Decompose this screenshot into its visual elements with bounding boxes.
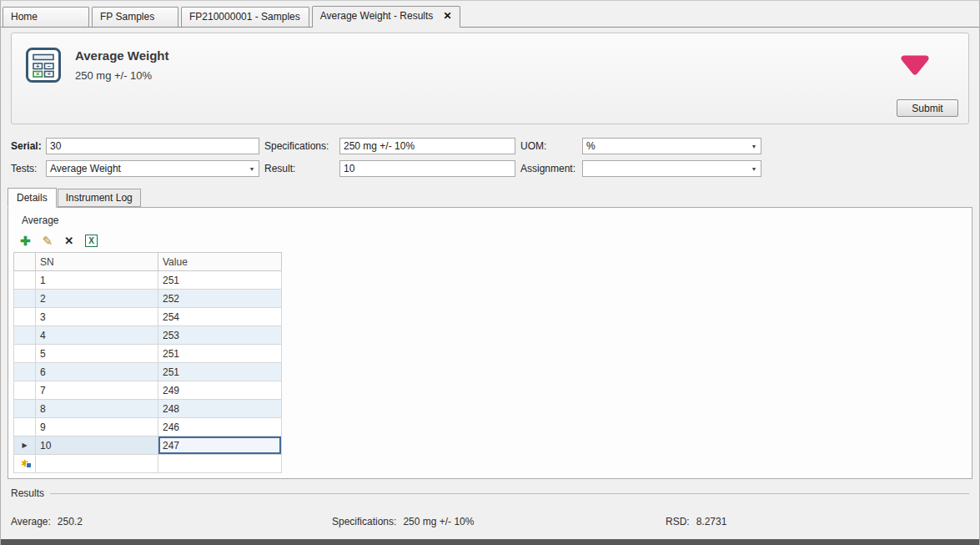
sn-cell[interactable]: 7 — [36, 381, 158, 400]
uom-select-value: % — [586, 140, 747, 152]
sn-cell[interactable]: 3 — [36, 308, 158, 326]
results-divider — [50, 493, 969, 494]
sn-column-header[interactable]: SN — [36, 253, 158, 271]
page-title: Average Weight — [75, 47, 169, 63]
tests-select-value: Average Weight — [50, 163, 245, 174]
value-cell[interactable]: 247 — [158, 437, 282, 455]
row-indicator-cell — [14, 308, 36, 326]
sn-cell[interactable]: 5 — [36, 345, 158, 363]
average-result: Average:250.2 — [11, 516, 83, 527]
grid-toolbar: ✚ ✎ ✕ X — [8, 228, 972, 252]
rsd-result-value: 8.2731 — [696, 516, 727, 527]
sn-cell[interactable]: 10 — [36, 437, 158, 455]
row-indicator-cell: ▶ — [14, 437, 36, 455]
table-row[interactable]: 5251 — [14, 345, 282, 363]
result-label: Result: — [264, 163, 334, 174]
sn-cell[interactable]: 1 — [36, 271, 158, 290]
average-result-value: 250.2 — [58, 516, 83, 527]
svg-text:−: − — [48, 63, 52, 70]
results-section: Results Average:250.2 Specifications:250… — [11, 487, 969, 531]
app-window: Home FP Samples FP210000001 - Samples Av… — [0, 0, 980, 545]
sn-cell[interactable]: 8 — [36, 400, 158, 418]
serial-input[interactable] — [46, 138, 259, 154]
sn-cell[interactable] — [36, 455, 158, 473]
svg-text:×: × — [36, 70, 40, 78]
delete-row-button[interactable]: ✕ — [64, 235, 73, 246]
sn-cell[interactable]: 6 — [36, 363, 158, 381]
specifications-input[interactable] — [339, 138, 515, 154]
table-row[interactable]: 9246 — [14, 418, 282, 437]
window-bottom-edge — [1, 539, 979, 545]
indicator-column-header — [14, 253, 36, 271]
assignment-select[interactable]: ▼ — [582, 160, 761, 177]
main-content: + − × ÷ Average Weight 250 mg +/- 10% Su… — [1, 28, 979, 539]
row-indicator-cell — [14, 418, 36, 437]
row-indicator-cell — [14, 290, 36, 308]
specifications-result-label: Specifications: — [332, 516, 396, 527]
test-header-panel: + − × ÷ Average Weight 250 mg +/- 10% Su… — [11, 33, 969, 124]
result-input[interactable] — [339, 160, 515, 177]
rsd-result-label: RSD: — [666, 516, 690, 527]
chevron-down-icon: ▼ — [747, 144, 761, 149]
chevron-down-icon: ▼ — [245, 166, 259, 172]
row-indicator-cell — [14, 400, 36, 418]
table-row[interactable]: 4253 — [14, 326, 282, 345]
new-row[interactable]: ✱ — [14, 455, 282, 473]
row-indicator-cell — [14, 326, 36, 345]
edit-row-button[interactable]: ✎ — [43, 235, 53, 247]
tab-label: Average Weight - Results — [320, 10, 434, 22]
rsd-result: RSD:8.2731 — [666, 516, 726, 527]
assignment-label: Assignment: — [520, 163, 577, 174]
details-panel: Average ✚ ✎ ✕ X SN Value 125122523254425… — [8, 207, 972, 479]
table-row[interactable]: 1251 — [14, 271, 282, 290]
specifications-result-value: 250 mg +/- 10% — [403, 516, 474, 527]
value-cell[interactable] — [158, 455, 282, 473]
tab-details[interactable]: Details — [8, 188, 57, 208]
results-title: Results — [11, 487, 44, 499]
uom-label: UOM: — [520, 140, 577, 152]
result-form: Serial: Specifications: UOM: % ▼ Tests: … — [11, 138, 969, 177]
add-row-button[interactable]: ✚ — [20, 235, 31, 247]
value-cell[interactable]: 251 — [158, 345, 282, 363]
tab-label: FP210000001 - Samples — [189, 11, 300, 23]
value-cell[interactable]: 248 — [158, 400, 282, 418]
uom-select[interactable]: % ▼ — [582, 138, 761, 154]
value-cell[interactable]: 251 — [158, 271, 282, 290]
value-cell[interactable]: 252 — [158, 290, 282, 308]
value-cell[interactable]: 251 — [158, 363, 282, 381]
tab-average-weight-results[interactable]: Average Weight - Results ✕ — [312, 6, 461, 28]
tab-fp210000001-samples[interactable]: FP210000001 - Samples — [181, 7, 309, 27]
submit-button[interactable]: Submit — [897, 99, 958, 117]
sn-cell[interactable]: 9 — [36, 418, 158, 437]
tests-label: Tests: — [11, 163, 41, 174]
sn-cell[interactable]: 2 — [36, 290, 158, 308]
value-cell[interactable]: 246 — [158, 418, 282, 437]
table-row[interactable]: 2252 — [14, 290, 282, 308]
row-indicator-cell — [14, 363, 36, 381]
table-row[interactable]: 6251 — [14, 363, 282, 381]
table-row[interactable]: 8248 — [14, 400, 282, 418]
table-row[interactable]: 3254 — [14, 308, 282, 326]
tab-fp-samples[interactable]: FP Samples — [92, 7, 178, 27]
table-header-row: SN Value — [14, 253, 282, 271]
value-column-header[interactable]: Value — [158, 253, 282, 271]
sn-cell[interactable]: 4 — [36, 326, 158, 345]
average-table: SN Value 1251225232544253525162517249824… — [13, 252, 282, 473]
close-icon[interactable]: ✕ — [443, 10, 451, 22]
table-row[interactable]: 7249 — [14, 381, 282, 400]
value-cell[interactable]: 249 — [158, 381, 282, 400]
tab-home[interactable]: Home — [3, 7, 89, 27]
value-cell[interactable]: 254 — [158, 308, 282, 326]
tab-label: FP Samples — [100, 11, 154, 23]
tests-select[interactable]: Average Weight ▼ — [46, 160, 259, 177]
chevron-down-icon: ▼ — [747, 166, 761, 172]
tab-instrument-log[interactable]: Instrument Log — [58, 189, 141, 207]
value-cell[interactable]: 253 — [158, 326, 282, 345]
table-row[interactable]: ▶10247 — [14, 437, 282, 455]
specifications-result: Specifications:250 mg +/- 10% — [332, 516, 474, 527]
calculator-icon: + − × ÷ — [25, 47, 62, 83]
row-indicator-cell: ✱ — [14, 455, 36, 473]
average-result-label: Average: — [11, 516, 51, 527]
status-triangle-icon — [898, 53, 932, 77]
export-excel-button[interactable]: X — [85, 235, 98, 247]
